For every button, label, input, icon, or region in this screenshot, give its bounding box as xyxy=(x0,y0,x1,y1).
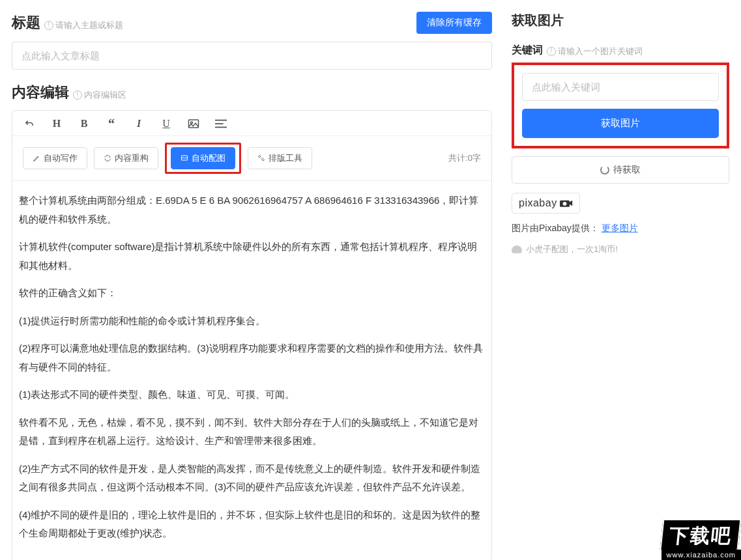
fetch-image-button[interactable]: 获取图片 xyxy=(522,109,719,138)
watermark-title: 下载吧 xyxy=(660,519,741,550)
paragraph: (1)表达形式不同的硬件类型、颜色、味道、可见、可摸、可闻。 xyxy=(19,385,485,404)
italic-icon[interactable]: I xyxy=(132,117,145,130)
fetch-status-button[interactable]: 待获取 xyxy=(512,156,729,184)
keyword-hint: ! 请输入一个图片关键词 xyxy=(547,46,643,57)
sidebar: 获取图片 关键词 ! 请输入一个图片关键词 获取图片 待获取 pixabay 图… xyxy=(505,0,741,560)
quote-icon[interactable]: “ xyxy=(105,117,118,130)
app-root: 标题 ! 请输入主题或标题 清除所有缓存 内容编辑 ! 内容编辑区 xyxy=(0,0,741,560)
editor-title: 内容编辑 xyxy=(12,83,69,102)
paragraph: (4)维护不同的硬件是旧的，理论上软件是旧的，并不坏，但实际上软件也是旧的和坏的… xyxy=(19,506,485,543)
info-icon: ! xyxy=(547,47,556,56)
refresh-icon xyxy=(104,154,111,162)
credit-text: 图片由Pixabay提供： xyxy=(512,223,599,233)
image-icon[interactable] xyxy=(187,117,200,130)
watermark-url: www.xiazaiba.com xyxy=(661,550,741,560)
editor-header: 内容编辑 ! 内容编辑区 xyxy=(12,83,492,102)
paragraph: 软件的正确含义如下： xyxy=(19,284,485,303)
title-hint-text: 请输入主题或标题 xyxy=(55,20,123,31)
align-icon[interactable] xyxy=(214,117,227,130)
credit-line: 图片由Pixabay提供： 更多图片 xyxy=(512,223,729,234)
svg-point-1 xyxy=(191,122,193,124)
title-section-header: 标题 ! 请输入主题或标题 清除所有缓存 xyxy=(12,12,492,34)
paragraph: 软件看不见，无色，枯燥，看不见，摸不到，闻不到。软件大部分存在于人们的头脑或纸上… xyxy=(19,413,485,451)
word-count: 共计:0字 xyxy=(448,152,481,164)
keyword-hint-text: 请输入一个图片关键词 xyxy=(558,46,643,57)
editor-section: 内容编辑 ! 内容编辑区 H B “ I U xyxy=(12,83,492,560)
paragraph: 整个计算机系统由两部分组成：E.69DA 5 E 6 BA 9062616964… xyxy=(19,191,485,229)
auto-image-button[interactable]: 自动配图 xyxy=(171,147,235,169)
status-text: 待获取 xyxy=(613,164,641,176)
keyword-input[interactable] xyxy=(522,73,719,101)
format-toolbar: H B “ I U xyxy=(12,111,491,136)
pencil-icon xyxy=(33,154,40,162)
editor-hint-text: 内容编辑区 xyxy=(84,89,126,101)
clear-cache-button[interactable]: 清除所有缓存 xyxy=(416,12,492,34)
editor-body[interactable]: 整个计算机系统由两部分组成：E.69DA 5 E 6 BA 9062616964… xyxy=(12,181,491,560)
watermark: 下载吧 www.xiazaiba.com xyxy=(661,519,741,560)
layout-label: 排版工具 xyxy=(269,152,302,164)
camera-icon xyxy=(560,199,573,208)
article-title-input[interactable] xyxy=(12,42,492,70)
pixabay-text: pixabay xyxy=(519,197,557,209)
layout-button[interactable]: 排版工具 xyxy=(248,147,312,169)
auto-write-button[interactable]: 自动写作 xyxy=(23,147,87,169)
underline-icon[interactable]: U xyxy=(160,117,173,130)
match-image-icon xyxy=(181,154,188,162)
editor-card: H B “ I U 自动写作 xyxy=(12,110,492,560)
action-toolbar-left: 自动写作 内容重构 自动配图 xyxy=(23,143,312,174)
title-header-left: 标题 ! 请输入主题或标题 xyxy=(12,13,123,33)
tools-icon xyxy=(257,154,265,162)
paragraph: (2)程序可以满意地处理信息的数据结构。(3)说明程序功能要求和程序需要的文档的… xyxy=(19,339,485,376)
heading-icon[interactable]: H xyxy=(50,117,63,130)
info-icon: ! xyxy=(44,21,53,30)
sidebar-title: 获取图片 xyxy=(512,12,729,29)
keyword-label: 关键词 xyxy=(512,44,543,57)
paragraph: (2)生产方式不同的软件是开发，是人类智能的高发挥，而不是传统意义上的硬件制造。… xyxy=(19,460,485,497)
auto-image-label: 自动配图 xyxy=(192,152,225,164)
info-icon: ! xyxy=(73,91,82,100)
svg-rect-0 xyxy=(189,120,199,128)
action-toolbar: 自动写作 内容重构 自动配图 xyxy=(12,136,491,181)
undo-icon[interactable] xyxy=(23,117,36,130)
spinner-icon xyxy=(600,165,609,175)
keyword-header: 关键词 ! 请输入一个图片关键词 xyxy=(512,44,729,57)
main-column: 标题 ! 请输入主题或标题 清除所有缓存 内容编辑 ! 内容编辑区 xyxy=(0,0,505,560)
more-images-link[interactable]: 更多图片 xyxy=(602,223,638,233)
tip-text: 小虎子配图，一次1淘币! xyxy=(526,244,618,255)
tip-line: 小虎子配图，一次1淘币! xyxy=(512,244,729,255)
keyword-highlight-box: 获取图片 xyxy=(512,63,729,148)
cloud-icon xyxy=(512,245,522,253)
pixabay-badge: pixabay xyxy=(512,193,580,214)
title-hint: ! 请输入主题或标题 xyxy=(44,20,123,31)
bold-icon[interactable]: B xyxy=(78,117,91,130)
svg-point-7 xyxy=(562,202,566,206)
paragraph: 计算机软件(computer software)是指计算机系统中除硬件以外的所有… xyxy=(19,238,485,275)
rebuild-label: 内容重构 xyxy=(115,152,149,164)
auto-image-highlight: 自动配图 xyxy=(165,143,241,174)
editor-hint: ! 内容编辑区 xyxy=(73,89,126,101)
rebuild-button[interactable]: 内容重构 xyxy=(94,147,158,169)
title-label: 标题 xyxy=(12,13,40,33)
paragraph: (1)提供运行时所需功能和性能的命令或计算机程序集合。 xyxy=(19,312,485,331)
auto-write-label: 自动写作 xyxy=(44,152,78,164)
